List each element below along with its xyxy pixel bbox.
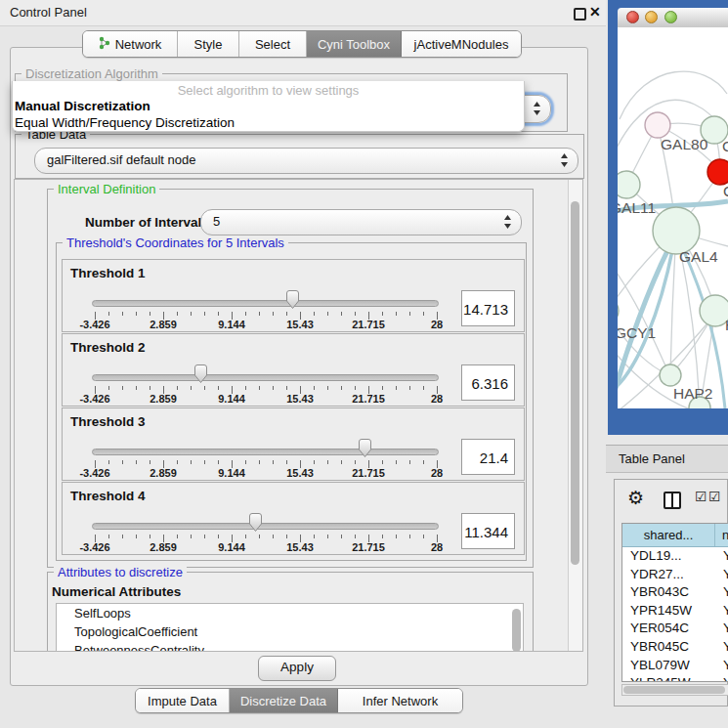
threshold-2-value-field[interactable]: 6.316	[461, 364, 515, 401]
network-node-green[interactable]	[660, 364, 681, 386]
table-hscrollbar-thumb[interactable]	[623, 686, 725, 694]
checkbox-icon-2[interactable]: ☑	[708, 489, 721, 504]
table-row[interactable]: YLR345WYLR3	[622, 674, 728, 682]
table-horizontal-scrollbar[interactable]	[621, 684, 728, 696]
network-window-titlebar[interactable]	[618, 8, 728, 28]
name-cell[interactable]: YBR0	[715, 583, 728, 602]
slider-tick	[409, 312, 410, 316]
threshold-4-value-field[interactable]: 11.344	[461, 513, 515, 549]
column-header-name[interactable]: na	[715, 524, 728, 546]
slider-tick	[136, 535, 137, 538]
slider-tick	[150, 460, 150, 464]
table-header-row: shared... na	[622, 524, 728, 547]
table-row[interactable]: YDR27...YDR2	[622, 566, 728, 584]
shared-name-cell[interactable]: YLR345W	[622, 674, 715, 682]
dropdown-item-manual-discretization[interactable]: Manual Discretization	[15, 99, 150, 113]
threshold-4-slider-track[interactable]	[92, 523, 439, 530]
attribute-list-item[interactable]: BetweennessCentrality	[57, 641, 523, 652]
gear-icon[interactable]: ⚙	[627, 487, 644, 509]
attribute-rows: SelfLoopsTopologicalCoefficientBetweenne…	[57, 604, 523, 652]
attribute-list-item[interactable]: TopologicalCoefficient	[57, 622, 523, 641]
name-cell[interactable]: YBL0	[715, 657, 728, 675]
slider-tick	[314, 312, 315, 316]
tab-infer-network[interactable]: Infer Network	[338, 689, 462, 712]
slider-tick-label: 21.715	[339, 541, 398, 553]
threshold-4-slider-thumb[interactable]	[247, 512, 264, 533]
slider-tick	[122, 312, 123, 316]
threshold-1-slider-track[interactable]	[92, 300, 439, 307]
threshold-2-slider-thumb[interactable]	[193, 364, 209, 384]
table-row[interactable]: YBL079WYBL0	[622, 657, 728, 675]
name-cell[interactable]: YLR3	[715, 674, 728, 682]
tab-cyni-toolbox[interactable]: Cyni Toolbox	[307, 31, 402, 57]
tab-impute-data[interactable]: Impute Data	[136, 689, 230, 712]
apply-button[interactable]: Apply	[258, 656, 336, 681]
columns-icon[interactable]	[664, 492, 681, 509]
threshold-1-value-field[interactable]: 14.713	[461, 290, 515, 326]
name-cell[interactable]: YER0	[715, 620, 728, 638]
bottom-tabstrip: Impute Data Discretize Data Infer Networ…	[135, 688, 463, 713]
threshold-3-value-field[interactable]: 21.4	[461, 439, 515, 475]
settings-scrollbar[interactable]	[568, 180, 582, 651]
slider-tick	[108, 312, 109, 316]
slider-tick-label: -3.426	[65, 393, 124, 405]
shared-name-cell[interactable]: YBR045C	[622, 638, 715, 657]
network-node-green[interactable]	[700, 295, 728, 326]
network-node-green[interactable]	[618, 298, 619, 323]
float-window-icon[interactable]	[574, 8, 586, 21]
tab-network[interactable]: Network	[83, 31, 178, 57]
minimize-traffic-light[interactable]	[645, 11, 658, 23]
tab-style[interactable]: Style	[178, 31, 239, 57]
shared-name-cell[interactable]: YBR043C	[622, 583, 715, 602]
close-traffic-light[interactable]	[626, 11, 639, 23]
network-canvas[interactable]: GAL80GACGAL11GAL4GCY1HHAP2	[618, 27, 728, 408]
shared-name-cell[interactable]: YER054C	[622, 620, 715, 638]
slider-tick	[314, 535, 315, 538]
table-data-select[interactable]: galFiltered.sif default node	[34, 148, 578, 174]
slider-tick	[382, 386, 383, 390]
slider-tick	[259, 386, 260, 390]
slider-tick-label: 9.144	[202, 467, 261, 479]
zoom-traffic-light[interactable]	[664, 11, 677, 23]
numerical-attributes-list[interactable]: SelfLoopsTopologicalCoefficientBetweenne…	[56, 603, 524, 652]
table-row[interactable]: YER054CYER0	[622, 620, 728, 638]
name-cell[interactable]: YDR2	[715, 566, 728, 584]
network-node-red[interactable]	[707, 159, 728, 185]
checkbox-icon[interactable]: ☑	[695, 489, 707, 504]
table-row[interactable]: YBR045CYBR0	[622, 638, 728, 657]
shared-name-cell[interactable]: YBL079W	[622, 657, 715, 675]
shared-name-cell[interactable]: YDR27...	[622, 566, 715, 584]
tab-discretize-data[interactable]: Discretize Data	[230, 689, 338, 712]
name-cell[interactable]: YPR1	[715, 602, 728, 621]
attributes-scrollbar-thumb[interactable]	[512, 609, 521, 652]
number-of-intervals-spinner[interactable]: 5	[200, 209, 522, 236]
attributes-group-title: Attributes to discretize	[54, 565, 187, 579]
table-data-select-value: galFiltered.sif default node	[47, 152, 195, 167]
dropdown-prompt-item[interactable]: Select algorithm to view settings	[13, 83, 524, 98]
network-node-pink[interactable]	[645, 112, 670, 138]
node-label-C: C	[723, 183, 728, 199]
interval-definition-title: Interval Definition	[54, 182, 159, 196]
tab-select[interactable]: Select	[239, 31, 307, 57]
settings-scrollbar-thumb[interactable]	[571, 201, 579, 565]
table-row[interactable]: YDL19...YDL1	[622, 547, 728, 566]
table-row[interactable]: YPR145WYPR1	[622, 602, 728, 621]
name-cell[interactable]: YBR0	[715, 638, 728, 657]
spinner-arrows-icon	[503, 214, 512, 230]
name-cell[interactable]: YDL1	[715, 547, 728, 566]
dropdown-item-equal-width-frequency[interactable]: Equal Width/Frequency Discretization	[15, 115, 235, 130]
column-header-shared-name[interactable]: shared...	[622, 524, 715, 546]
threshold-3-slider-track[interactable]	[92, 449, 439, 455]
tab-jactivemnodules[interactable]: jActiveMNodules	[402, 31, 521, 57]
network-node-green[interactable]	[653, 207, 700, 254]
attribute-list-item[interactable]: SelfLoops	[57, 604, 523, 622]
threshold-2-slider-track[interactable]	[92, 374, 439, 381]
close-icon[interactable]: ✕	[589, 4, 601, 20]
network-node-green[interactable]	[618, 171, 640, 198]
threshold-3-slider-thumb[interactable]	[357, 438, 373, 458]
threshold-1-slider-thumb[interactable]	[284, 289, 301, 310]
shared-name-cell[interactable]: YDL19...	[622, 547, 715, 566]
shared-name-cell[interactable]: YPR145W	[622, 602, 715, 621]
table-row[interactable]: YBR043CYBR0	[622, 583, 728, 602]
attributes-scrollbar[interactable]	[510, 604, 523, 652]
